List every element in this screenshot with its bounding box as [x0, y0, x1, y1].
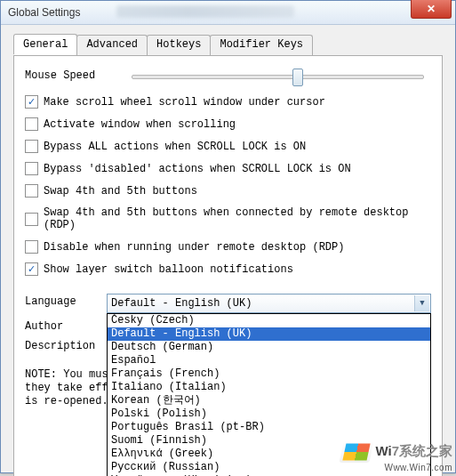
close-button[interactable]: ✕: [411, 0, 452, 19]
language-option[interactable]: Default - English (UK): [108, 327, 430, 341]
language-option[interactable]: Español: [108, 354, 430, 367]
checkbox[interactable]: ✓: [25, 262, 38, 276]
language-option[interactable]: Português Brasil (pt-BR): [108, 421, 430, 434]
language-option[interactable]: Deutsch (German): [108, 341, 430, 354]
note-line: NOTE: You must: [25, 368, 115, 381]
tab-label: Modifier Keys: [220, 38, 303, 51]
window-content: General Advanced Hotkeys Modifier Keys M…: [1, 25, 455, 476]
mouse-speed-label: Mouse Speed: [25, 69, 132, 82]
language-row: Language Default - English (UK) ▼ Česky …: [25, 294, 431, 313]
checkbox[interactable]: [25, 140, 38, 153]
titlebar[interactable]: Global Settings ✕: [1, 1, 455, 25]
language-option[interactable]: Polski (Polish): [108, 407, 430, 421]
checkbox-row[interactable]: Bypass 'disabled' actions when SCROLL LO…: [25, 162, 431, 175]
checkbox[interactable]: [25, 184, 38, 198]
tab-advanced[interactable]: Advanced: [76, 35, 148, 55]
slider-track: [132, 75, 424, 79]
checkbox-row[interactable]: Bypass ALL actions when SCROLL LOCK is O…: [25, 140, 431, 153]
language-selected: Default - English (UK): [111, 297, 252, 310]
tab-label: Hotkeys: [156, 38, 201, 51]
note-line: they take effe: [25, 382, 115, 394]
language-label: Language: [25, 294, 107, 308]
tab-label: General: [23, 38, 68, 51]
tab-strip: General Advanced Hotkeys Modifier Keys: [13, 35, 443, 56]
checkbox-row[interactable]: Disable when running under remote deskto…: [25, 240, 431, 254]
checkbox-label: Make scroll wheel scroll window under cu…: [44, 96, 325, 109]
language-combo-box[interactable]: Default - English (UK) ▼: [107, 294, 431, 313]
titlebar-blur: [116, 5, 294, 18]
general-panel: Mouse Speed ✓Make scroll wheel scroll wi…: [13, 55, 443, 476]
slider-thumb[interactable]: [292, 69, 303, 86]
language-option[interactable]: Korean (한국어): [108, 394, 430, 407]
language-option[interactable]: Français (French): [108, 367, 430, 381]
language-combo[interactable]: Default - English (UK) ▼ Česky (Czech)De…: [107, 294, 431, 313]
checkbox-row[interactable]: Swap 4th and 5th buttons: [25, 184, 431, 198]
language-option[interactable]: Suomi (Finnish): [108, 434, 430, 448]
checkbox-label: Bypass ALL actions when SCROLL LOCK is O…: [44, 141, 306, 153]
language-option[interactable]: Italiano (Italian): [108, 381, 430, 394]
checkbox-row[interactable]: Activate window when scrolling: [25, 117, 431, 131]
tab-hotkeys[interactable]: Hotkeys: [147, 35, 211, 55]
checkbox[interactable]: [25, 162, 38, 175]
mouse-speed-row: Mouse Speed: [25, 67, 431, 85]
chevron-down-icon: ▼: [414, 295, 429, 311]
settings-window: Global Settings ✕ General Advanced Hotke…: [0, 0, 456, 473]
tab-general[interactable]: General: [13, 34, 77, 54]
close-icon: ✕: [427, 3, 436, 15]
note-line: is re-opened.: [25, 395, 108, 407]
checkbox[interactable]: [25, 117, 38, 131]
checkbox-row[interactable]: ✓Show layer switch balloon notifications: [25, 262, 431, 276]
author-label: Author: [25, 319, 107, 333]
checkbox-label: Bypass 'disabled' actions when SCROLL LO…: [44, 163, 351, 175]
checkbox-row[interactable]: Swap 4th and 5th buttons when connected …: [25, 206, 431, 231]
checkbox[interactable]: [25, 240, 38, 254]
mouse-speed-slider[interactable]: [132, 67, 424, 85]
checkbox-label: Swap 4th and 5th buttons: [44, 185, 197, 198]
language-option[interactable]: Ελληνικά (Greek): [108, 448, 430, 461]
tab-label: Advanced: [86, 38, 138, 51]
checkbox-row[interactable]: ✓Make scroll wheel scroll window under c…: [25, 95, 431, 109]
language-option[interactable]: Česky (Czech): [108, 314, 430, 327]
checkbox-label: Activate window when scrolling: [44, 118, 236, 131]
checkbox-label: Disable when running under remote deskto…: [44, 241, 344, 254]
checkbox[interactable]: ✓: [25, 95, 38, 109]
description-label: Description: [25, 338, 107, 352]
checkbox-label: Show layer switch balloon notifications: [44, 263, 293, 276]
tab-modifier-keys[interactable]: Modifier Keys: [210, 35, 313, 55]
checkbox[interactable]: [25, 213, 38, 226]
language-option[interactable]: Русский (Russian): [108, 461, 430, 474]
checkbox-label: Swap 4th and 5th buttons when connected …: [44, 206, 431, 231]
window-title: Global Settings: [8, 6, 80, 19]
language-dropdown[interactable]: Česky (Czech)Default - English (UK)Deuts…: [107, 313, 431, 476]
